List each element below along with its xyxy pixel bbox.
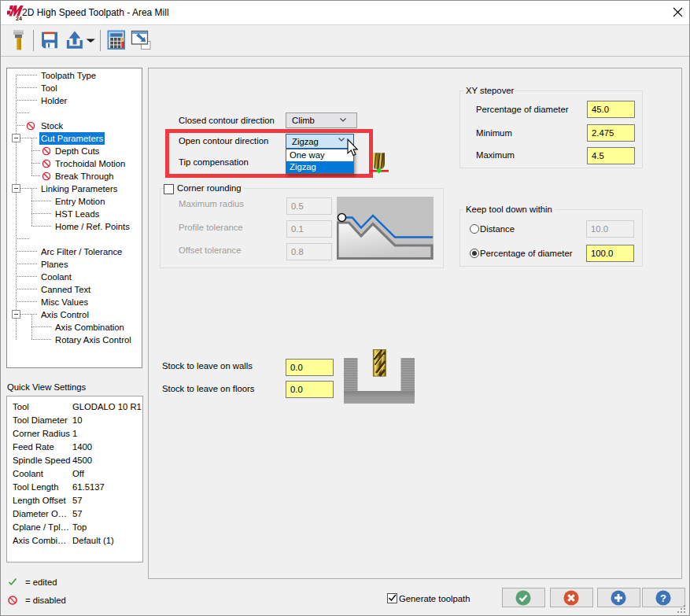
svg-text:24: 24 (16, 16, 22, 21)
svg-text:?: ? (660, 592, 666, 604)
